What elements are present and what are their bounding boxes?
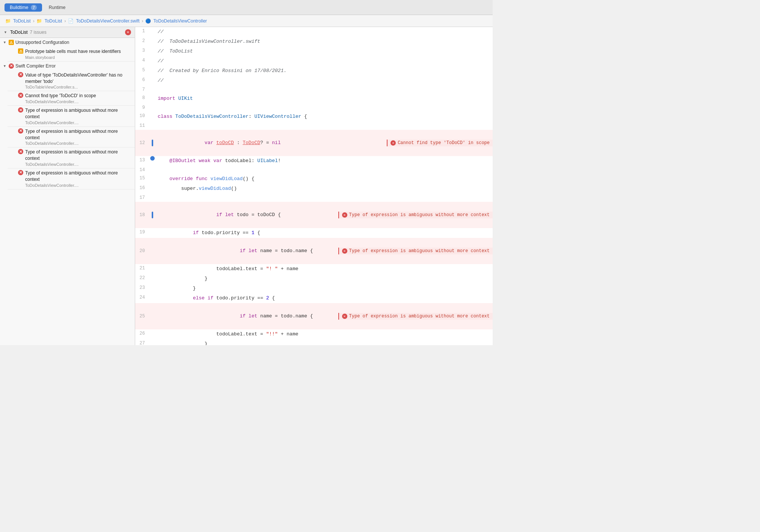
issue-prototype-file: Main.storyboard <box>18 55 132 60</box>
code-editor[interactable]: 1 // 2 // ToDoDetailsViewController.swif… <box>135 27 493 345</box>
error-icon-ann-18: ✕ <box>342 212 347 218</box>
error-icon-1: ✕ <box>18 72 23 77</box>
code-line-6: 6 // <box>135 76 493 86</box>
buildtime-count: 7 <box>31 5 37 10</box>
swift-compiler-label: Swift Compiler Error <box>15 63 56 69</box>
issue-ambiguous-4-file: ToDoDetailsViewController.... <box>18 183 132 188</box>
error-annotation-18: ✕ Type of expression is ambiguous withou… <box>338 212 493 218</box>
error-annotation-20: ✕ Type of expression is ambiguous withou… <box>338 248 493 254</box>
code-line-24: 24 else if todo.priority == 2 { <box>135 293 493 303</box>
unsupported-config-label: Unsupported Configuration <box>15 40 69 45</box>
expand-chevron: ▼ <box>4 30 7 34</box>
swift-file-icon: 📄 <box>68 18 73 24</box>
code-line-25: 25 if let name = todo.name { ✕ Type of e… <box>135 303 493 329</box>
toolbar: Buildtime 7 Runtime <box>0 0 493 15</box>
error-icon-6: ✕ <box>18 170 23 175</box>
code-line-20: 20 if let name = todo.name { ✕ Type of e… <box>135 238 493 264</box>
issue-ambiguous-1[interactable]: ✕ Type of expression is ambiguous withou… <box>8 106 135 127</box>
issue-ambiguous-1-title: Type of expression is ambiguous without … <box>25 107 132 120</box>
code-line-10: 10 class ToDoDetailsViewController: UIVi… <box>135 112 493 122</box>
error-icon-group: ✕ <box>9 63 14 69</box>
issue-ambiguous-4-title: Type of expression is ambiguous without … <box>25 170 132 183</box>
error-icon-4: ✕ <box>18 128 23 134</box>
issue-cannot-find-file: ToDoDetailsViewController.... <box>18 99 132 104</box>
issue-no-member-todo[interactable]: ✕ Value of type 'ToDoDetailsViewControll… <box>8 71 135 92</box>
breadcrumb-todolist-1[interactable]: ToDoList <box>13 18 31 24</box>
issue-ambiguous-3[interactable]: ✕ Type of expression is ambiguous withou… <box>8 147 135 168</box>
error-annotation-25: ✕ Type of expression is ambiguous withou… <box>338 313 493 320</box>
issue-ambiguous-1-file: ToDoDetailsViewController.... <box>18 120 132 125</box>
issues-panel-header: ▼ ToDoList 7 issues <box>0 27 135 38</box>
issue-cannot-find-title: Cannot find type 'ToDoCD' in scope <box>25 93 96 99</box>
folder-icon-1: 📁 <box>5 18 11 24</box>
issues-project-name: ToDoList <box>10 30 28 35</box>
error-indicator-18 <box>152 212 153 218</box>
warning-icon-group: ⚠ <box>9 40 14 45</box>
issue-no-member-file: ToDoTableViewController.s... <box>18 85 132 89</box>
breadcrumb-swift-file[interactable]: ToDoDetailsViewController.swift <box>76 18 139 24</box>
code-line-15: 15 override func viewDidLoad() { <box>135 174 493 184</box>
error-icon-ann-25: ✕ <box>342 314 347 319</box>
iboutlet-dot-13 <box>150 156 155 161</box>
code-line-16: 16 super.viewDidLoad() <box>135 184 493 194</box>
code-line-17: 17 <box>135 194 493 202</box>
code-line-5: 5 // Created by Enrico Rossini on 17/08/… <box>135 66 493 76</box>
issue-ambiguous-4[interactable]: ✕ Type of expression is ambiguous withou… <box>8 168 135 189</box>
runtime-tab[interactable]: Runtime <box>44 3 71 12</box>
issues-panel: ▼ ToDoList 7 issues ▼ ⚠ Unsupported Conf… <box>0 27 135 345</box>
code-line-21: 21 todoLabel.text = "! " + name <box>135 264 493 274</box>
issue-cannot-find-type[interactable]: ✕ Cannot find type 'ToDoCD' in scope ToD… <box>8 91 135 106</box>
class-icon: 🔵 <box>146 18 151 24</box>
code-line-18: 18 if let todo = toDoCD { ✕ Type of expr… <box>135 202 493 228</box>
main-content: ▼ ToDoList 7 issues ▼ ⚠ Unsupported Conf… <box>0 27 493 345</box>
code-line-4: 4 // <box>135 56 493 66</box>
swift-compiler-group: ▼ ✕ Swift Compiler Error ✕ Value of type… <box>0 62 135 189</box>
code-line-1: 1 // <box>135 27 493 37</box>
group-chevron-2: ▼ <box>3 64 6 68</box>
app-container: Buildtime 7 Runtime 📁 ToDoList › 📁 ToDoL… <box>0 0 493 345</box>
code-line-3: 3 // ToDoList <box>135 47 493 56</box>
issue-ambiguous-3-file: ToDoDetailsViewController.... <box>18 162 132 167</box>
error-icon-ann-20: ✕ <box>342 248 347 254</box>
warning-icon-1: ⚠ <box>18 48 23 54</box>
code-line-13: 13 @IBOutlet weak var todoLabel: UILabel… <box>135 156 493 166</box>
breadcrumb-class[interactable]: ToDoDetailsViewController <box>154 18 207 24</box>
code-line-11: 11 <box>135 122 493 130</box>
issue-no-member-title: Value of type 'ToDoDetailsViewController… <box>25 72 132 85</box>
code-line-14: 14 <box>135 166 493 174</box>
code-line-9: 9 <box>135 104 493 112</box>
runtime-label: Runtime <box>49 5 66 10</box>
issue-prototype-title: Prototype table cells must have reuse id… <box>25 48 121 55</box>
group-chevron-1: ▼ <box>3 41 6 44</box>
folder-icon-2: 📁 <box>37 18 42 24</box>
unsupported-config-group: ▼ ⚠ Unsupported Configuration ⚠ Prototyp… <box>0 38 135 62</box>
error-annotation-12: ✕ Cannot find type 'ToDoCD' in scope <box>387 140 493 146</box>
error-icon-ann-12: ✕ <box>391 140 396 146</box>
breadcrumb-todolist-2[interactable]: ToDoList <box>45 18 62 24</box>
issue-prototype-cells[interactable]: ⚠ Prototype table cells must have reuse … <box>8 47 135 62</box>
error-icon-5: ✕ <box>18 149 23 154</box>
code-line-27: 27 } <box>135 339 493 345</box>
unsupported-config-header[interactable]: ▼ ⚠ Unsupported Configuration <box>0 38 135 47</box>
error-icon-3: ✕ <box>18 107 23 113</box>
swift-compiler-header[interactable]: ▼ ✕ Swift Compiler Error <box>0 62 135 71</box>
issue-ambiguous-2-title: Type of expression is ambiguous without … <box>25 128 132 141</box>
code-line-26: 26 todoLabel.text = "!!" + name <box>135 329 493 339</box>
issue-ambiguous-3-title: Type of expression is ambiguous without … <box>25 149 132 162</box>
close-issues-button[interactable] <box>125 29 131 35</box>
code-line-8: 8 import UIKit <box>135 94 493 104</box>
buildtime-label: Buildtime <box>10 5 28 10</box>
code-line-19: 19 if todo.priority == 1 { <box>135 228 493 238</box>
breadcrumb-bar: 📁 ToDoList › 📁 ToDoList › 📄 ToDoDetailsV… <box>0 15 493 27</box>
buildtime-tab[interactable]: Buildtime 7 <box>5 3 42 12</box>
code-line-22: 22 } <box>135 274 493 284</box>
unsupported-config-items: ⚠ Prototype table cells must have reuse … <box>0 47 135 62</box>
code-line-2: 2 // ToDoDetailsViewController.swift <box>135 37 493 47</box>
error-indicator-12 <box>152 140 153 146</box>
issue-ambiguous-2-file: ToDoDetailsViewController.... <box>18 141 132 146</box>
code-line-12: 12 var toDoCD : ToDoCD? = nil ✕ Cannot f… <box>135 130 493 156</box>
code-line-23: 23 } <box>135 284 493 293</box>
swift-compiler-items: ✕ Value of type 'ToDoDetailsViewControll… <box>0 71 135 189</box>
code-line-7: 7 <box>135 86 493 94</box>
issue-ambiguous-2[interactable]: ✕ Type of expression is ambiguous withou… <box>8 127 135 148</box>
